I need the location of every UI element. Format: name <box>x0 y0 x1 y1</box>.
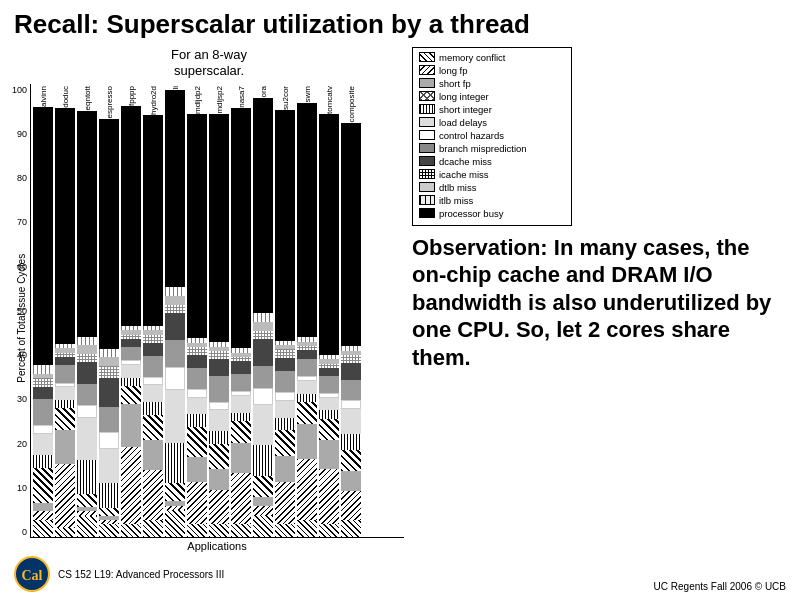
bar-segment <box>319 410 339 418</box>
bar-segment <box>187 414 207 427</box>
bar-segment <box>121 378 141 387</box>
bar-segment <box>99 449 119 482</box>
bar-segment <box>99 432 119 449</box>
bar-col: nasa7 <box>231 84 251 537</box>
legend-swatch <box>419 65 435 75</box>
bar-segment <box>253 339 273 365</box>
legend-label: load delays <box>439 117 487 128</box>
bar-segment <box>99 483 119 508</box>
y-tick: 80 <box>3 173 27 183</box>
observation-text: Observation: In many cases, the on-chip … <box>412 234 786 552</box>
bar-segment <box>209 524 229 537</box>
bar-segment <box>209 359 229 376</box>
bar-segment <box>187 368 207 389</box>
bar-segment <box>77 362 97 383</box>
bar-segment <box>275 456 295 482</box>
bar-segment <box>187 347 207 355</box>
bar-segment <box>209 444 229 469</box>
footer-course: CS 152 L19: Advanced Processors III <box>58 569 224 580</box>
bar-segment <box>297 350 317 359</box>
x-label: alvinn <box>39 86 48 107</box>
bar-segment <box>165 287 185 296</box>
y-tick: 70 <box>3 217 27 227</box>
bar-segment <box>99 524 119 537</box>
bar-segment <box>165 390 185 444</box>
footer-copyright: UC Regents Fall 2006 © UCB <box>654 581 786 592</box>
legend-item: branch misprediction <box>419 143 565 154</box>
bar-col: eqntott <box>77 84 97 537</box>
bar-segment <box>253 515 273 537</box>
bar-col: hydro2d <box>143 84 163 537</box>
bar-segment <box>33 425 53 434</box>
bar-segment <box>231 361 251 374</box>
bar-segment <box>187 398 207 415</box>
legend-item: long fp <box>419 65 565 76</box>
bar-col: mdljdp2 <box>187 84 207 537</box>
bar-col: mdljsp2 <box>209 84 229 537</box>
legend-label: short integer <box>439 104 492 115</box>
bar-segment <box>165 305 185 314</box>
bar-segment <box>99 407 119 432</box>
bar-segment <box>33 455 53 468</box>
right-section: memory conflictlong fpshort fplong integ… <box>404 47 786 552</box>
bar-segment <box>143 415 163 440</box>
bar-segment <box>77 418 97 461</box>
legend-item: itlb miss <box>419 195 565 206</box>
bar-segment <box>99 349 119 357</box>
bar-segment <box>209 114 229 342</box>
bar-segment <box>187 427 207 457</box>
bar-segment <box>275 401 295 418</box>
legend-label: dtlb miss <box>439 182 476 193</box>
x-label: tomcatv <box>325 86 334 114</box>
legend-swatch <box>419 130 435 140</box>
chart-label: For an 8-way superscalar. <box>14 47 404 81</box>
bar-segment <box>275 371 295 392</box>
bar-segment <box>297 424 317 459</box>
x-label: eqntott <box>83 86 92 110</box>
legend-item: short integer <box>419 104 565 115</box>
bar-segment <box>319 524 339 537</box>
legend-swatch <box>419 52 435 62</box>
bar-segment <box>143 343 163 356</box>
page: Recall: Superscalar utilization by a thr… <box>0 0 800 600</box>
bar-segment <box>341 123 361 347</box>
bar-segment <box>121 339 141 348</box>
x-axis-title: Applications <box>30 540 404 552</box>
bar-segment <box>187 389 207 398</box>
x-label: mdljsp2 <box>215 86 224 114</box>
bar-segment <box>341 434 361 451</box>
legend-item: processor busy <box>419 208 565 219</box>
legend-item: short fp <box>419 78 565 89</box>
bar-segment <box>143 470 163 521</box>
bar-segment <box>319 368 339 376</box>
legend-label: branch misprediction <box>439 143 527 154</box>
bar-segment <box>209 431 229 444</box>
bar-segment <box>165 90 185 287</box>
bar-segment <box>55 408 75 429</box>
legend-label: itlb miss <box>439 195 473 206</box>
x-label: ora <box>259 86 268 98</box>
bar-segment <box>121 347 141 360</box>
bar-segment <box>319 114 339 355</box>
y-tick: 0 <box>3 527 27 537</box>
bar-col: espresso <box>99 84 119 537</box>
y-tick: 90 <box>3 129 27 139</box>
bar-segment <box>231 421 251 442</box>
bar-segment <box>297 381 317 394</box>
bar-segment <box>165 483 185 501</box>
bar-segment <box>231 524 251 537</box>
bar-segment <box>99 508 119 516</box>
footer-left: Cal CS 152 L19: Advanced Processors III <box>14 556 224 592</box>
bar-segment <box>55 400 75 409</box>
bar-segment <box>99 119 119 349</box>
bar-segment <box>275 392 295 401</box>
bar-segment <box>143 115 163 326</box>
chart-inner: 0102030405060708090100 alvinndoduceqntot… <box>30 84 404 552</box>
bar-segment <box>209 410 229 431</box>
x-label: fpppp <box>127 86 136 106</box>
bar-segment <box>275 349 295 358</box>
x-label: swm <box>303 86 312 102</box>
bar-segment <box>253 313 273 322</box>
bar-segment <box>55 464 75 528</box>
bar-segment <box>55 108 75 344</box>
